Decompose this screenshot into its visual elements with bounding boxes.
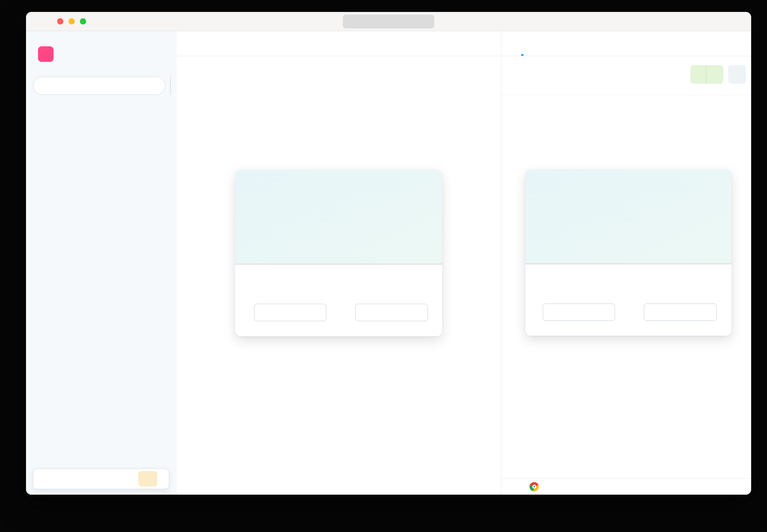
window-controls (26, 18, 86, 25)
zoom-window-button[interactable] (80, 18, 86, 25)
range-slider-card (235, 170, 442, 336)
tab-addons[interactable] (537, 31, 540, 56)
accepted-button[interactable] (690, 65, 723, 84)
slider-axis (235, 265, 442, 283)
maximum-input[interactable] (644, 303, 717, 321)
rerun-tests-button[interactable] (728, 65, 746, 84)
visual-tests-header (501, 56, 751, 95)
histogram-chart (525, 169, 731, 265)
snapshot-card (525, 169, 731, 336)
storybook-logo-icon (38, 46, 53, 62)
minimize-window-button[interactable] (68, 18, 75, 25)
search-input[interactable] (33, 77, 165, 95)
range-form (235, 289, 442, 321)
brand-row (26, 31, 177, 63)
addons-panel (501, 31, 751, 495)
back-button[interactable] (94, 15, 108, 28)
search-field[interactable] (44, 81, 153, 91)
sidebar (26, 31, 177, 495)
minimum-label (541, 288, 615, 299)
test-count-badge (138, 471, 157, 487)
browser-titlebar (26, 12, 751, 31)
run-tests-bar[interactable] (33, 468, 169, 489)
desktop-background (0, 0, 767, 532)
maximum-label (643, 288, 717, 299)
visual-tests-body (501, 95, 751, 478)
range-form (525, 288, 731, 321)
maximum-input[interactable] (355, 304, 428, 321)
histogram-chart (235, 170, 442, 265)
chrome-icon (529, 482, 539, 491)
panel-tabbar (501, 31, 751, 56)
canvas-area (177, 31, 501, 495)
canvas-toolbar (177, 31, 501, 56)
range-dash (326, 304, 355, 321)
minimum-label (253, 289, 326, 299)
story-preview (177, 56, 501, 494)
slider-axis (525, 265, 731, 282)
address-bar[interactable] (343, 15, 434, 28)
close-window-button[interactable] (57, 18, 63, 25)
range-dash (615, 303, 644, 321)
create-story-button[interactable] (170, 77, 171, 95)
reload-button[interactable] (123, 15, 137, 28)
browser-window (26, 12, 751, 495)
forward-button[interactable] (109, 15, 123, 28)
minimum-input[interactable] (254, 304, 326, 321)
unaccept-button[interactable] (706, 65, 723, 84)
minimum-input[interactable] (543, 303, 615, 321)
panel-footer (501, 478, 751, 495)
maximum-label (354, 289, 428, 299)
